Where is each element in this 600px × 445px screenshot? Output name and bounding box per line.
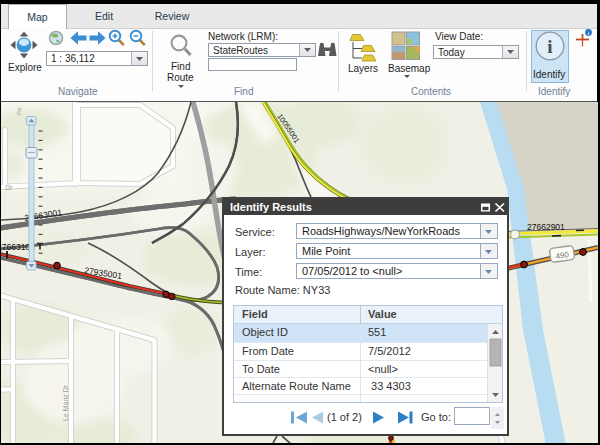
svg-text:i: i (547, 36, 552, 57)
svg-text:Le Manz Dr: Le Manz Dr (62, 384, 69, 421)
svg-text:Pa: Pa (16, 107, 22, 115)
svg-text:27662901: 27662901 (527, 222, 565, 232)
svg-text:490: 490 (555, 250, 570, 261)
svg-text:Dr: Dr (5, 184, 13, 191)
